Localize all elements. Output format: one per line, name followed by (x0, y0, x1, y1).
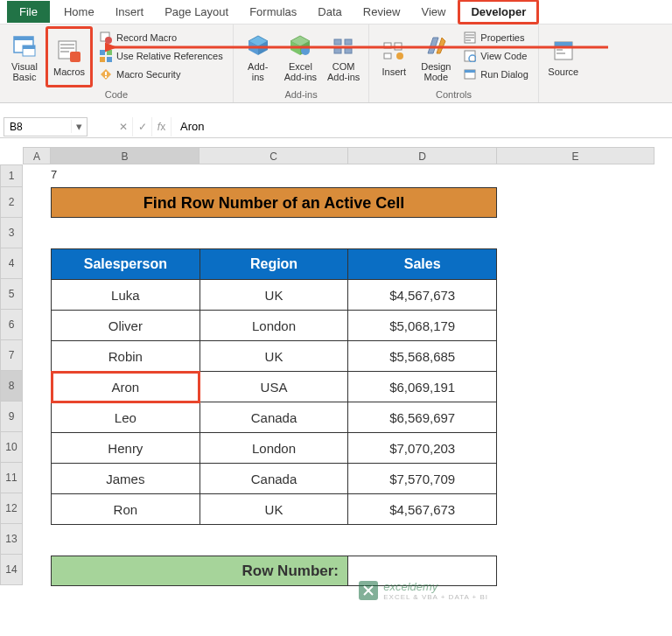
use-relative-references-button[interactable]: Use Relative References (96, 46, 226, 65)
svg-rect-16 (107, 57, 112, 62)
tab-file[interactable]: File (7, 1, 50, 23)
source-label: Source (548, 66, 578, 77)
row-number-label: Row Number: (51, 556, 348, 586)
cell-a1[interactable]: 7 (51, 168, 57, 181)
tab-page-layout[interactable]: Page Layout (154, 2, 239, 22)
ribbon-body: Visual Basic Macros Record Macro Use Rel… (0, 24, 672, 103)
use-relative-references-label: Use Relative References (116, 51, 223, 61)
row-header-4[interactable]: 4 (0, 248, 23, 279)
tab-view[interactable]: View (410, 2, 456, 22)
row-header-2[interactable]: 2 (0, 187, 23, 218)
col-header-d[interactable]: D (348, 147, 497, 164)
table-row: OliverLondon$5,068,179 (52, 311, 497, 341)
name-box-input[interactable] (4, 121, 71, 133)
table-row: JamesCanada$7,570,709 (52, 464, 497, 494)
relative-references-icon (99, 49, 113, 63)
insert-control-button[interactable]: Insert (373, 26, 415, 87)
table-row: HenryLondon$7,070,203 (52, 433, 497, 464)
row-header-10[interactable]: 10 (0, 432, 23, 463)
row-header-13[interactable]: 13 (0, 524, 23, 555)
col-header-e[interactable]: E (497, 147, 654, 164)
view-code-label: View Code (480, 51, 527, 61)
svg-point-26 (301, 46, 310, 55)
svg-rect-5 (23, 45, 35, 49)
macros-label: Macros (53, 66, 85, 77)
addins-button[interactable]: Add- ins (237, 26, 279, 87)
formula-input[interactable] (172, 117, 672, 136)
addins-label: Add- ins (248, 61, 268, 82)
tab-home[interactable]: Home (53, 2, 105, 22)
properties-icon (463, 31, 477, 45)
watermark-brand: exceldemy (383, 580, 488, 593)
svg-rect-46 (555, 42, 572, 46)
row-header-8[interactable]: 8 (0, 371, 23, 402)
svg-rect-15 (100, 57, 105, 62)
row-header-12[interactable]: 12 (0, 493, 23, 524)
record-macro-button[interactable]: Record Macro (96, 28, 226, 46)
row-headers: 1 2 3 4 5 6 7 8 9 10 11 12 13 14 (0, 164, 23, 585)
column-headers: A B C D E (23, 147, 672, 164)
enter-formula-icon[interactable]: ✓ (133, 117, 152, 136)
group-addins: Add- ins Excel Add-ins COM Add-ins Add-i… (234, 24, 370, 102)
watermark: exceldemy EXCEL & VBA + DATA + BI (359, 580, 488, 601)
svg-rect-7 (60, 44, 74, 45)
active-cell[interactable]: Aron (52, 372, 200, 402)
formula-bar: ▾ ✕ ✓ fx (0, 115, 672, 138)
svg-rect-14 (107, 50, 112, 55)
properties-button[interactable]: Properties (460, 28, 530, 46)
insert-function-icon[interactable]: fx (152, 117, 172, 136)
cancel-formula-icon[interactable]: ✕ (114, 117, 133, 136)
record-macro-icon (99, 31, 113, 45)
col-header-b[interactable]: B (51, 147, 200, 164)
visual-basic-label: Visual Basic (11, 61, 38, 82)
svg-rect-27 (334, 39, 341, 45)
run-dialog-button[interactable]: Run Dialog (460, 65, 530, 83)
col-header-c[interactable]: C (200, 147, 348, 164)
com-addins-button[interactable]: COM Add-ins (322, 26, 365, 87)
svg-rect-48 (556, 52, 565, 54)
table-row: RobinUK$5,568,685 (52, 341, 497, 372)
excel-addins-button[interactable]: Excel Add-ins (279, 26, 322, 87)
data-table: Salesperson Region Sales LukaUK$4,567,67… (51, 248, 497, 525)
tab-insert[interactable]: Insert (105, 2, 155, 22)
svg-marker-35 (428, 38, 438, 53)
col-header-a[interactable]: A (23, 147, 51, 164)
macros-button[interactable]: Macros (46, 26, 93, 87)
ribbon-tabs: File Home Insert Page Layout Formulas Da… (0, 0, 672, 24)
svg-rect-30 (345, 48, 352, 53)
row-header-11[interactable]: 11 (0, 463, 23, 493)
name-box[interactable]: ▾ (4, 117, 88, 136)
row-header-6[interactable]: 6 (0, 310, 23, 340)
excel-addins-icon (286, 31, 314, 59)
row-header-1[interactable]: 1 (0, 164, 23, 187)
row-header-5[interactable]: 5 (0, 279, 23, 310)
view-code-button[interactable]: View Code (460, 46, 530, 65)
properties-label: Properties (480, 32, 524, 43)
tab-data[interactable]: Data (307, 2, 352, 22)
row-header-14[interactable]: 14 (0, 555, 23, 585)
macro-security-button[interactable]: Macro Security (96, 65, 226, 83)
watermark-icon (359, 581, 378, 600)
tab-formulas[interactable]: Formulas (239, 2, 307, 22)
svg-rect-44 (465, 70, 475, 73)
visual-basic-button[interactable]: Visual Basic (4, 26, 46, 87)
group-code: Visual Basic Macros Record Macro Use Rel… (0, 24, 234, 102)
name-box-dropdown-icon[interactable]: ▾ (71, 120, 87, 133)
row-header-9[interactable]: 9 (0, 402, 23, 432)
group-xml: Source (539, 24, 588, 102)
group-controls-label: Controls (373, 87, 534, 103)
tab-review[interactable]: Review (353, 2, 411, 22)
source-button[interactable]: Source (542, 26, 584, 87)
title-banner: Find Row Number of an Active Cell (51, 187, 497, 218)
tab-developer[interactable]: Developer (458, 0, 539, 24)
row-header-3[interactable]: 3 (0, 218, 23, 248)
table-row: RonUK$4,567,673 (52, 494, 497, 525)
row-header-7[interactable]: 7 (0, 340, 23, 371)
svg-rect-28 (345, 39, 352, 45)
design-mode-button[interactable]: Design Mode (415, 26, 457, 87)
run-dialog-icon (463, 67, 477, 81)
svg-rect-34 (384, 53, 391, 59)
macro-security-icon (99, 67, 113, 81)
macro-security-label: Macro Security (116, 69, 180, 80)
svg-point-12 (105, 37, 112, 44)
